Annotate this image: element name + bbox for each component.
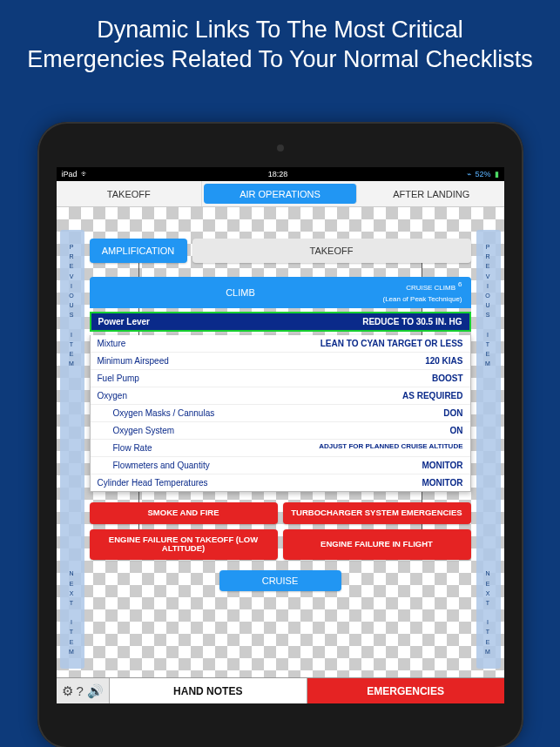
- checklist-row[interactable]: Minimum Airspeed120 KIAS: [91, 353, 470, 370]
- checklist-item-value: BOOST: [432, 374, 463, 383]
- checklist-item-label: Oxygen Masks / Cannulas: [98, 408, 215, 418]
- top-tabs: TAKEOFF AIR OPERATIONS AFTER LANDING: [57, 181, 504, 207]
- cruise-button[interactable]: CRUISE: [219, 570, 341, 591]
- checklist-row[interactable]: Oxygen Masks / CannulasDON: [91, 405, 470, 422]
- left-rail[interactable]: PREVIOUS ITEM NEXT ITEM: [60, 230, 84, 669]
- current-checklist-item[interactable]: Power Lever REDUCE TO 30.5 IN. HG: [90, 312, 471, 332]
- content-area: PREVIOUS ITEM NEXT ITEM PREVIOUS ITEM NE…: [57, 207, 504, 677]
- tab-air-operations[interactable]: AIR OPERATIONS: [204, 184, 357, 204]
- battery-percent: 52%: [475, 170, 490, 178]
- checklist-item-value: ADJUST FOR PLANNED CRUISE ALTITUDE: [319, 443, 462, 453]
- camera-dot: [277, 145, 284, 151]
- checklist-item-label: Cylinder Head Temperatures: [98, 478, 208, 488]
- checklist-item-value: 120 KIAS: [425, 356, 462, 366]
- checklist-item-value: ON: [450, 426, 463, 435]
- checklist-row[interactable]: Flow RateADJUST FOR PLANNED CRUISE ALTIT…: [91, 440, 470, 457]
- checklist-item-label: Flow Rate: [98, 443, 152, 453]
- checklist-item-label: Oxygen System: [98, 426, 175, 435]
- checklist-row[interactable]: Cylinder Head TemperaturesMONITOR: [91, 474, 470, 491]
- checklist-item-value: DON: [443, 408, 462, 418]
- wifi-icon: ᯤ: [81, 170, 89, 178]
- next-item-label-r: NEXT ITEM: [485, 569, 491, 656]
- checklist-item-label: Minimum Airspeed: [98, 356, 169, 366]
- status-time: 18:28: [268, 170, 288, 178]
- climb-label: CLIMB: [98, 287, 383, 298]
- bottom-bar: ⚙ ? 🔊 HAND NOTES EMERGENCIES: [57, 677, 504, 703]
- emergency-links: SMOKE AND FIRE TURBOCHARGER SYSTEM EMERG…: [90, 502, 471, 561]
- hand-notes-button[interactable]: HAND NOTES: [109, 678, 307, 703]
- main-column: AMPLIFICATION TAKEOFF CLIMB CRUISE CLIMB…: [90, 239, 471, 591]
- emergencies-button[interactable]: EMERGENCIES: [307, 678, 504, 703]
- emergency-smoke-fire[interactable]: SMOKE AND FIRE: [90, 502, 278, 524]
- checklist-item-value: MONITOR: [422, 478, 462, 488]
- sound-icon[interactable]: 🔊: [87, 683, 104, 699]
- emergency-engine-failure-flight[interactable]: ENGINE FAILURE IN FLIGHT: [283, 529, 471, 561]
- checklist-panel: MixtureLEAN TO CYAN TARGET OR LESSMinimu…: [90, 335, 471, 492]
- amplification-button[interactable]: AMPLIFICATION: [90, 239, 187, 263]
- checklist-row[interactable]: MixtureLEAN TO CYAN TARGET OR LESS: [91, 335, 470, 353]
- prev-item-label-r: PREVIOUS ITEM: [485, 242, 491, 368]
- tab-after-landing[interactable]: AFTER LANDING: [359, 181, 504, 206]
- checklist-row[interactable]: Flowmeters and QuantityMONITOR: [91, 457, 470, 474]
- checklist-item-label: Mixture: [98, 339, 126, 348]
- bluetooth-icon: ⌁: [467, 170, 471, 178]
- checklist-item-value: MONITOR: [422, 461, 462, 470]
- takeoff-button[interactable]: TAKEOFF: [192, 239, 471, 263]
- device-label: iPad: [62, 170, 78, 178]
- climb-header[interactable]: CLIMB CRUISE CLIMB6 (Lean of Peak Techni…: [90, 277, 471, 308]
- emergency-engine-failure-takeoff[interactable]: ENGINE FAILURE ON TAKEOFF (LOW ALTITUDE): [90, 529, 278, 561]
- battery-icon: ▮: [495, 170, 499, 178]
- checklist-item-label: Flowmeters and Quantity: [98, 461, 210, 470]
- status-bar: iPad ᯤ 18:28 ⌁ 52% ▮: [57, 167, 504, 181]
- checklist-item-label: Oxygen: [98, 391, 127, 400]
- climb-subtitle: CRUISE CLIMB6 (Lean of Peak Technique): [382, 284, 462, 303]
- help-icon[interactable]: ?: [77, 683, 84, 698]
- checklist-item-label: Fuel Pump: [98, 374, 139, 383]
- app-screen: TAKEOFF AIR OPERATIONS AFTER LANDING PRE…: [57, 181, 504, 703]
- next-item-label: NEXT ITEM: [69, 569, 75, 656]
- checklist-row[interactable]: Oxygen SystemON: [91, 422, 470, 440]
- right-rail[interactable]: PREVIOUS ITEM NEXT ITEM: [476, 230, 501, 669]
- checklist-row[interactable]: Fuel PumpBOOST: [91, 370, 470, 387]
- checklist-row[interactable]: OxygenAS REQUIRED: [91, 387, 470, 405]
- promo-title: Dynamic Links To The Most Critical Emerg…: [0, 0, 560, 87]
- current-item-label: Power Lever: [98, 317, 150, 326]
- prev-item-label: PREVIOUS ITEM: [69, 242, 75, 368]
- gear-icon[interactable]: ⚙: [62, 683, 73, 699]
- tablet-frame: iPad ᯤ 18:28 ⌁ 52% ▮ TAKEOFF AIR OPERATI…: [37, 122, 523, 747]
- emergency-turbocharger[interactable]: TURBOCHARGER SYSTEM EMERGENCIES: [283, 502, 471, 524]
- tab-takeoff[interactable]: TAKEOFF: [57, 181, 203, 206]
- checklist-item-value: AS REQUIRED: [402, 391, 462, 400]
- checklist-item-value: LEAN TO CYAN TARGET OR LESS: [320, 339, 463, 348]
- current-item-value: REDUCE TO 30.5 IN. HG: [362, 317, 462, 326]
